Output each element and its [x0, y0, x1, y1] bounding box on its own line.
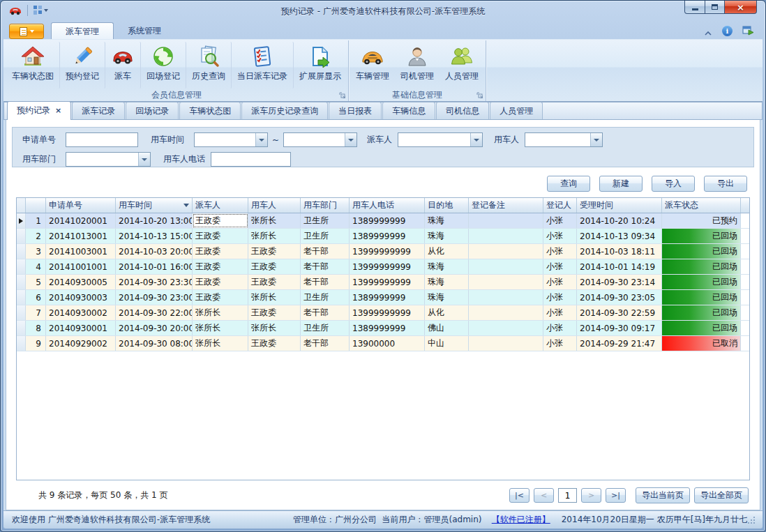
cell-rownum[interactable]: 6: [26, 290, 46, 305]
cell-department[interactable]: 卫生所: [301, 290, 350, 305]
cell-indicator[interactable]: [17, 244, 26, 259]
ribbon-button-派车[interactable]: 派车: [105, 42, 141, 89]
export-current-page-button[interactable]: 导出当前页: [636, 487, 690, 503]
close-button[interactable]: ×: [725, 1, 757, 14]
cell-accept_time[interactable]: 2014-10-03 18:11: [577, 244, 662, 259]
ribbon-tab-派车管理[interactable]: 派车管理: [51, 22, 114, 39]
table-row[interactable]: 5201409300052014-09-30 23:30王政委王政委老干部139…: [17, 275, 749, 290]
cell-apply_no[interactable]: 20140930002: [46, 305, 116, 320]
cell-apply_no[interactable]: 20140930003: [46, 290, 116, 305]
cell-phone[interactable]: 1389999999: [350, 229, 425, 243]
apply-no-input[interactable]: [66, 132, 138, 147]
cell-user[interactable]: 王政委: [248, 275, 301, 289]
cell-remark[interactable]: [469, 275, 543, 289]
cell-destination[interactable]: 珠海: [425, 290, 469, 305]
cell-department[interactable]: 老干部: [301, 275, 350, 289]
cell-rownum[interactable]: 1: [26, 213, 46, 228]
column-header-use_time[interactable]: 用车时间: [116, 198, 193, 213]
user-phone-input[interactable]: [211, 152, 291, 167]
cell-status[interactable]: 已取消: [662, 336, 741, 351]
cell-status[interactable]: 已回场: [662, 244, 741, 259]
cell-accept_time[interactable]: 2014-10-20 10:24: [577, 213, 662, 228]
ribbon-button-车辆管理[interactable]: 车辆管理: [350, 42, 395, 89]
cell-destination[interactable]: 从化: [425, 305, 469, 320]
cell-dispatcher[interactable]: 王政委: [193, 290, 248, 305]
table-row[interactable]: 6201409300032014-09-30 23:00王政委张所长卫生所138…: [17, 290, 749, 305]
cell-destination[interactable]: 珠海: [425, 229, 469, 243]
table-row[interactable]: 7201409300022014-09-30 22:00张所长王政委老干部139…: [17, 305, 749, 321]
cell-indicator[interactable]: [17, 336, 26, 351]
cell-phone[interactable]: 13999999999: [350, 275, 425, 289]
column-header-registrar[interactable]: 登记人: [543, 198, 577, 213]
cell-registrar[interactable]: 小张: [543, 244, 577, 259]
resize-grip-icon[interactable]: [747, 516, 756, 524]
ribbon-button-人员管理[interactable]: 人员管理: [440, 42, 484, 89]
cell-destination[interactable]: 中山: [425, 336, 469, 351]
cell-phone[interactable]: 13999999999: [350, 305, 425, 320]
table-row[interactable]: 3201410030012014-10-03 20:00王政委王政委老干部139…: [17, 244, 749, 259]
cell-remark[interactable]: [469, 244, 543, 259]
cell-indicator[interactable]: [17, 275, 26, 289]
doc-tab-派车记录[interactable]: 派车记录: [72, 102, 125, 119]
skin-gallery-button[interactable]: [742, 24, 754, 38]
cell-registrar[interactable]: 小张: [543, 229, 577, 243]
cell-indicator[interactable]: [17, 290, 26, 305]
department-combo[interactable]: [66, 152, 151, 167]
cell-destination[interactable]: 从化: [425, 244, 469, 259]
cell-use_time[interactable]: 2014-10-03 20:00: [116, 244, 193, 259]
cell-use_time[interactable]: 2014-09-30 22:00: [116, 305, 193, 320]
ribbon-button-回场登记[interactable]: 回场登记: [141, 42, 186, 89]
cell-status[interactable]: 已回场: [662, 305, 741, 320]
cell-user[interactable]: 王政委: [248, 336, 301, 351]
cell-accept_time[interactable]: 2014-10-01 14:19: [577, 259, 662, 274]
cell-use_time[interactable]: 2014-09-30 23:30: [116, 275, 193, 289]
doc-tab-车辆信息[interactable]: 车辆信息: [382, 102, 435, 119]
ribbon-button-司机管理[interactable]: 司机管理: [395, 42, 440, 89]
cell-department[interactable]: 卫生所: [301, 213, 350, 228]
cell-dispatcher[interactable]: 张所长: [193, 305, 248, 320]
doc-tab-派车历史记录查询[interactable]: 派车历史记录查询: [241, 102, 328, 119]
info-icon[interactable]: i: [722, 26, 733, 36]
cell-dispatcher[interactable]: 王政委: [193, 244, 248, 259]
app-menu-button[interactable]: [9, 24, 44, 39]
ribbon-button-扩展屏显示[interactable]: 扩展屏显示: [294, 42, 347, 89]
column-header-destination[interactable]: 目的地: [425, 198, 469, 213]
cell-accept_time[interactable]: 2014-10-13 09:34: [577, 229, 662, 243]
cell-indicator[interactable]: [17, 213, 26, 228]
cell-remark[interactable]: [469, 290, 543, 305]
cell-dispatcher[interactable]: 张所长: [193, 336, 248, 351]
dialog-launcher-icon[interactable]: [476, 91, 483, 99]
column-header-user[interactable]: 用车人: [248, 198, 301, 213]
cell-accept_time[interactable]: 2014-09-30 09:17: [577, 321, 662, 335]
cell-registrar[interactable]: 小张: [543, 321, 577, 335]
cell-status[interactable]: 已回场: [662, 259, 741, 274]
cell-registrar[interactable]: 小张: [543, 290, 577, 305]
cell-registrar[interactable]: 小张: [543, 336, 577, 351]
doc-tab-预约记录[interactable]: 预约记录×: [7, 101, 71, 120]
cell-phone[interactable]: 13999999999: [350, 259, 425, 274]
cell-phone[interactable]: 13999999999: [350, 244, 425, 259]
chevron-down-icon[interactable]: [345, 133, 356, 146]
cell-dispatcher[interactable]: 王政委: [193, 229, 248, 243]
cell-user[interactable]: 张所长: [248, 229, 301, 243]
cell-apply_no[interactable]: 20140930001: [46, 321, 116, 335]
cell-remark[interactable]: [469, 305, 543, 320]
ribbon-button-车辆状态图[interactable]: 车辆状态图: [6, 42, 60, 89]
query-button[interactable]: 查询: [547, 176, 590, 192]
column-header-status[interactable]: 派车状态: [662, 198, 741, 213]
doc-tab-人员管理[interactable]: 人员管理: [490, 102, 543, 119]
cell-rownum[interactable]: 3: [26, 244, 46, 259]
cell-dispatcher[interactable]: 王政委: [193, 259, 248, 274]
cell-use_time[interactable]: 2014-09-30 23:00: [116, 290, 193, 305]
collapse-ribbon-button[interactable]: [704, 29, 712, 34]
cell-user[interactable]: 王政委: [248, 259, 301, 274]
cell-remark[interactable]: [469, 229, 543, 243]
cell-destination[interactable]: 珠海: [425, 213, 469, 228]
cell-user[interactable]: 张所长: [248, 321, 301, 335]
cell-accept_time[interactable]: 2014-09-30 23:05: [577, 290, 662, 305]
cell-use_time[interactable]: 2014-10-20 13:00: [116, 213, 193, 228]
cell-phone[interactable]: 1389999999: [350, 213, 425, 228]
cell-status[interactable]: 已回场: [662, 290, 741, 305]
cell-department[interactable]: 老干部: [301, 259, 350, 274]
cell-rownum[interactable]: 4: [26, 259, 46, 274]
